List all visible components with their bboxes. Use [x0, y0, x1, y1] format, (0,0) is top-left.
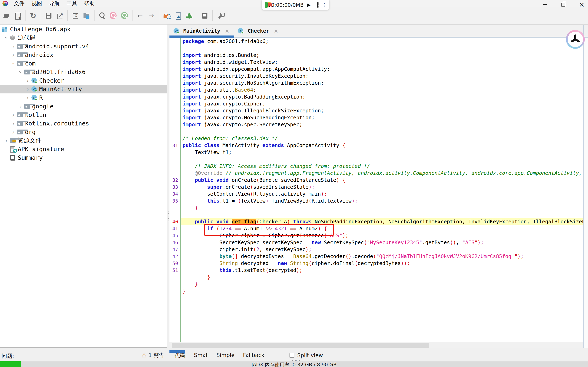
- chevron-right-icon[interactable]: ›: [25, 77, 31, 84]
- code-line-x14: /* Loaded from: classes3.dex */: [170, 135, 583, 142]
- code-line-x25: [170, 211, 583, 218]
- tree-item-challenge-0x6-apk[interactable]: Challenge 0x6.apk: [0, 25, 167, 33]
- chevron-right-icon[interactable]: ›: [25, 86, 31, 92]
- class-search-icon[interactable]: [121, 12, 128, 19]
- code-line-x24: }: [170, 204, 583, 211]
- tree-item-androidx[interactable]: ›androidx: [0, 50, 167, 59]
- editor-tab-bar: cMainActivity×cChecker×: [170, 25, 588, 37]
- view-button-code[interactable]: 代码: [175, 352, 185, 359]
- tree-item-r[interactable]: ›cR: [0, 93, 167, 102]
- chevron-right-icon[interactable]: ›: [10, 112, 17, 118]
- flat-packages-icon[interactable]: [83, 12, 90, 19]
- view-button-simple[interactable]: Simple: [216, 352, 235, 358]
- toolbar-separator: [212, 10, 213, 21]
- tree-item-ad2001-frida0x6[interactable]: ›ad2001.frida0x6: [0, 68, 167, 76]
- tree-item--[interactable]: ›源代码: [0, 33, 167, 42]
- chevron-down-icon[interactable]: ›: [10, 60, 17, 67]
- chevron-down-icon[interactable]: ›: [3, 35, 10, 41]
- back-icon[interactable]: ←: [136, 12, 144, 19]
- export-icon[interactable]: ↗: [56, 12, 63, 19]
- view-button-smali[interactable]: Smali: [194, 352, 209, 358]
- chevron-right-icon[interactable]: ›: [10, 129, 17, 135]
- menu-item-2[interactable]: 导航: [48, 0, 60, 7]
- line-number: [170, 288, 180, 295]
- tree-item--[interactable]: ›资源文件: [0, 136, 167, 145]
- class-icon: c: [31, 94, 38, 101]
- chevron-right-icon[interactable]: ›: [10, 52, 17, 58]
- chevron-right-icon[interactable]: ›: [10, 120, 17, 127]
- tree-item-label: R: [39, 94, 43, 101]
- tree-item-label: google: [32, 103, 53, 110]
- chevron-right-icon[interactable]: ›: [3, 137, 10, 144]
- device-icon[interactable]: [174, 12, 182, 19]
- line-number: [170, 156, 180, 163]
- split-view-checkbox[interactable]: [290, 353, 294, 358]
- record-play-button[interactable]: ▶: [307, 2, 311, 7]
- warning-count-label: 1 警告: [148, 352, 164, 359]
- tree-item-label: android.support.v4: [25, 43, 89, 50]
- tab-mainactivity[interactable]: cMainActivity×: [170, 25, 234, 37]
- recorder-time: 00:00:00/0MB: [268, 2, 304, 8]
- code-line-x4: import androidx.appcompat.app.AppCompatA…: [170, 66, 583, 73]
- code-editor[interactable]: package com.ad2001.frida0x6;import andro…: [170, 38, 583, 342]
- tree-item-summary[interactable]: Summary: [0, 153, 167, 162]
- chevron-right-icon[interactable]: ›: [25, 95, 31, 101]
- tree-item-label: 源代码: [18, 34, 35, 42]
- line-number: [170, 73, 180, 80]
- tree-item-kotlin[interactable]: ›kotlin: [0, 111, 167, 119]
- panel-splitter[interactable]: [167, 25, 170, 348]
- tree-item-checker[interactable]: ›cChecker: [0, 76, 167, 85]
- code-line-x34: }: [170, 274, 583, 281]
- tab-label: MainActivity: [183, 28, 220, 34]
- debugger-icon[interactable]: [186, 12, 193, 19]
- tab-checker[interactable]: cChecker×: [234, 25, 283, 37]
- menu-item-3[interactable]: 工具: [66, 0, 78, 7]
- reload-icon[interactable]: ↻: [29, 12, 37, 19]
- warning-counter[interactable]: ⚠ 1 警告: [141, 352, 164, 359]
- chevron-right-icon[interactable]: ›: [10, 43, 17, 50]
- recorder-more-button[interactable]: ⋮: [322, 2, 327, 8]
- open-file-icon[interactable]: [3, 12, 10, 19]
- gutter-separator: [180, 38, 181, 342]
- menu-item-1[interactable]: 视图: [31, 0, 43, 7]
- source-code-icon: [10, 34, 17, 41]
- line-number: 45: [170, 232, 180, 239]
- preferences-icon[interactable]: [217, 12, 224, 19]
- code-line-x1: [170, 45, 583, 52]
- tab-label: Checker: [248, 28, 269, 34]
- view-button-fallback[interactable]: Fallback: [243, 352, 264, 358]
- tree-item-mainactivity[interactable]: ›cMainActivity: [0, 85, 167, 93]
- jadx-logo-icon: DX: [2, 1, 8, 6]
- tree-item-com[interactable]: ›com: [0, 59, 167, 68]
- deobfuscation-icon[interactable]: [163, 12, 170, 19]
- line-number: [170, 114, 180, 121]
- tree-item-kotlinx-coroutines[interactable]: ›kotlinx.coroutines: [0, 119, 167, 128]
- tree-item-org[interactable]: ›org: [0, 128, 167, 136]
- text-search-icon[interactable]: [110, 12, 117, 19]
- tree-item-google[interactable]: ›google: [0, 102, 167, 111]
- screenshot-button[interactable]: [317, 2, 318, 8]
- chevron-right-icon[interactable]: ›: [17, 103, 24, 109]
- apk-icon: [2, 26, 9, 33]
- tree-item-apk-signature[interactable]: APK signature: [0, 145, 167, 153]
- chevron-down-icon[interactable]: ›: [17, 69, 24, 75]
- log-viewer-icon[interactable]: [201, 12, 208, 19]
- menu-item-4[interactable]: 帮助: [83, 0, 95, 7]
- apk-signature-icon: [10, 146, 17, 152]
- tab-close-icon[interactable]: ×: [274, 28, 279, 34]
- code-line-x10: import javax.crypto.IllegalBlockSizeExce…: [170, 107, 583, 114]
- save-all-icon[interactable]: [45, 12, 52, 19]
- forward-icon[interactable]: →: [148, 12, 155, 19]
- expand-frames-icon[interactable]: ↕: [72, 12, 79, 19]
- tree-item-android-support-v4[interactable]: ›android.support.v4: [0, 42, 167, 50]
- code-line-x16: TextView t1;: [170, 149, 583, 156]
- line-number: [170, 135, 180, 142]
- add-files-icon[interactable]: +: [14, 12, 21, 19]
- menu-item-0[interactable]: 文件: [13, 0, 25, 7]
- tab-close-icon[interactable]: ×: [225, 28, 230, 34]
- code-line-x3: import android.widget.TextView;: [170, 59, 583, 66]
- tree-item-label: kotlinx.coroutines: [25, 120, 89, 127]
- class-icon: c: [31, 86, 38, 92]
- search-icon[interactable]: [98, 12, 106, 19]
- file-tree-panel: Challenge 0x6.apk›源代码›android.support.v4…: [0, 25, 167, 348]
